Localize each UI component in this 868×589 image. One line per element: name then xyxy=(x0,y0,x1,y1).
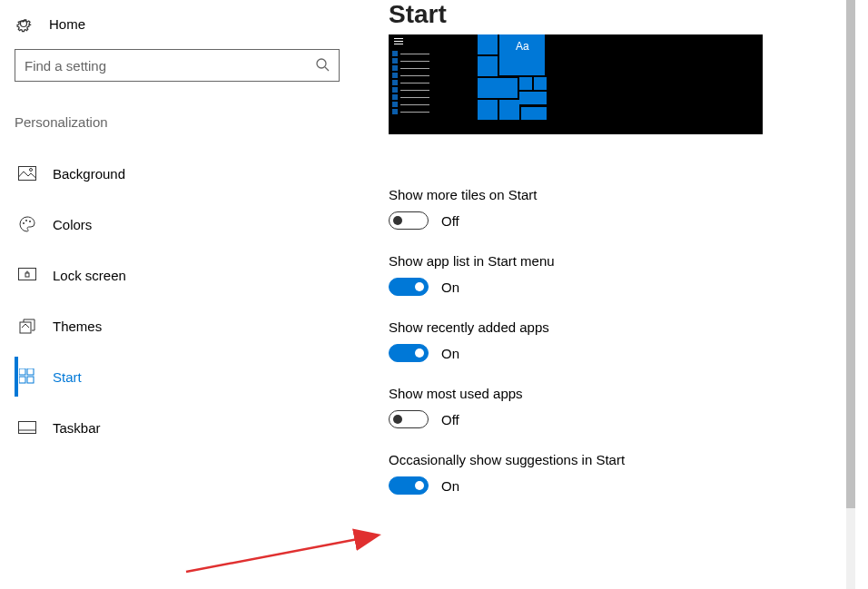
svg-rect-2 xyxy=(19,167,36,181)
svg-rect-7 xyxy=(19,269,36,280)
sidebar: Home Personalization Background Colors xyxy=(0,0,345,589)
main-content: Start xyxy=(345,0,868,589)
home-button[interactable]: Home xyxy=(15,11,330,49)
sidebar-item-colors[interactable]: Colors xyxy=(15,204,330,244)
toggle-recently-added[interactable] xyxy=(389,344,429,362)
search-input-container[interactable] xyxy=(15,49,340,82)
scrollbar[interactable] xyxy=(846,0,855,589)
page-title: Start xyxy=(389,0,868,29)
setting-most-used: Show most used apps Off xyxy=(389,386,868,428)
themes-icon xyxy=(18,317,36,335)
picture-icon xyxy=(18,164,36,182)
svg-point-6 xyxy=(29,221,31,222)
svg-rect-14 xyxy=(19,422,36,434)
setting-label: Occasionally show suggestions in Start xyxy=(389,452,868,467)
toggle-state: On xyxy=(441,478,459,494)
palette-icon xyxy=(18,215,36,233)
lockscreen-icon xyxy=(18,266,36,284)
toggle-state: Off xyxy=(441,213,459,229)
svg-point-4 xyxy=(23,222,25,224)
svg-point-3 xyxy=(30,169,33,172)
svg-rect-8 xyxy=(25,273,29,277)
setting-label: Show recently added apps xyxy=(389,319,868,335)
search-icon xyxy=(315,57,330,74)
sidebar-item-label: Colors xyxy=(53,217,92,232)
sidebar-item-label: Taskbar xyxy=(53,420,101,436)
toggle-app-list[interactable] xyxy=(389,278,429,296)
sidebar-item-label: Start xyxy=(53,369,82,385)
svg-rect-10 xyxy=(19,368,25,375)
toggle-more-tiles[interactable] xyxy=(389,211,429,230)
svg-rect-13 xyxy=(27,377,34,383)
settings-list: Show more tiles on Start Off Show app li… xyxy=(389,187,868,495)
svg-point-5 xyxy=(25,220,27,221)
toggle-most-used[interactable] xyxy=(389,410,429,428)
setting-suggestions: Occasionally show suggestions in Start O… xyxy=(389,452,868,495)
setting-label: Show most used apps xyxy=(389,386,868,401)
svg-line-1 xyxy=(325,67,329,71)
preview-sample-text: Aa xyxy=(516,40,529,53)
setting-label: Show more tiles on Start xyxy=(389,187,868,202)
toggle-state: Off xyxy=(441,412,459,427)
nav-list: Background Colors Lock screen Themes xyxy=(15,153,330,447)
setting-recently-added: Show recently added apps On xyxy=(389,319,868,362)
section-title: Personalization xyxy=(15,114,330,130)
toggle-state: On xyxy=(441,346,459,361)
start-preview: Aa xyxy=(389,34,763,134)
svg-rect-12 xyxy=(19,377,25,383)
sidebar-item-start[interactable]: Start xyxy=(15,357,330,397)
svg-point-0 xyxy=(317,59,326,68)
scrollbar-thumb[interactable] xyxy=(846,0,855,508)
toggle-suggestions[interactable] xyxy=(389,476,429,495)
hamburger-icon xyxy=(394,38,403,46)
setting-label: Show app list in Start menu xyxy=(389,253,868,269)
search-input[interactable] xyxy=(25,58,315,74)
sidebar-item-taskbar[interactable]: Taskbar xyxy=(15,407,330,447)
sidebar-item-themes[interactable]: Themes xyxy=(15,306,330,346)
setting-app-list: Show app list in Start menu On xyxy=(389,253,868,296)
start-icon xyxy=(18,368,36,386)
sidebar-item-lockscreen[interactable]: Lock screen xyxy=(15,255,330,295)
sidebar-item-background[interactable]: Background xyxy=(15,153,330,193)
home-label: Home xyxy=(49,16,85,32)
sidebar-item-label: Background xyxy=(53,166,125,182)
sidebar-item-label: Lock screen xyxy=(53,268,126,283)
sidebar-item-label: Themes xyxy=(53,319,102,334)
gear-icon xyxy=(15,15,33,33)
toggle-state: On xyxy=(441,280,459,295)
taskbar-icon xyxy=(18,418,36,437)
svg-rect-11 xyxy=(27,368,34,375)
setting-more-tiles: Show more tiles on Start Off xyxy=(389,187,868,230)
